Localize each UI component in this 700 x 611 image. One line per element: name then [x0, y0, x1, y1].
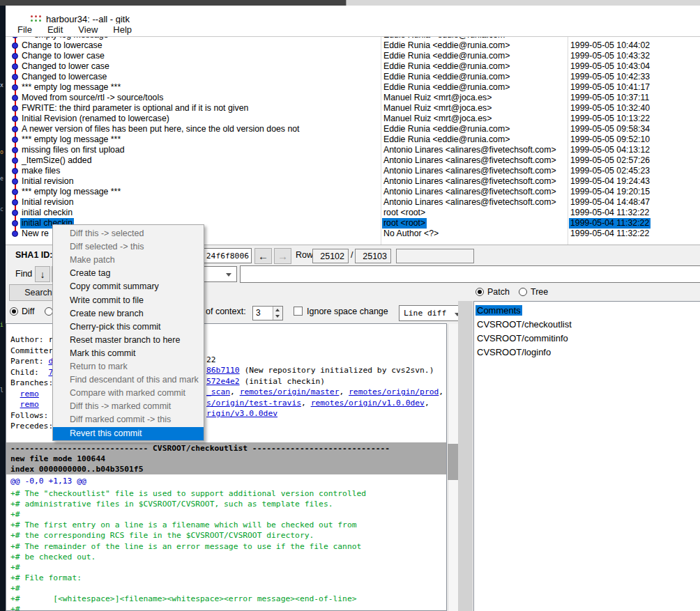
- background-glyph: c: [0, 206, 3, 212]
- context-menu-item[interactable]: Find descendant of this and mark: [53, 373, 204, 387]
- context-menu-item[interactable]: Diff this -> marked commit: [53, 400, 204, 413]
- context-menu-item[interactable]: Diff this -> selected: [53, 227, 204, 240]
- radio-patch-label: Patch: [487, 287, 510, 297]
- commit-node-icon: [12, 36, 18, 38]
- commit-link[interactable]: 572e4e2: [206, 377, 240, 386]
- commit-row[interactable]: Changed to lower case Eddie Runia <eddie…: [6, 61, 700, 72]
- commit-context-menu: Diff this -> selectedDiff selected -> th…: [52, 224, 204, 441]
- commit-message: *** empty log message ***: [22, 82, 121, 93]
- commit-link[interactable]: remotes/origin/v1.0.0dev: [311, 399, 425, 408]
- commit-author: Eddie Runia <eddie@runia.com>: [383, 61, 510, 72]
- context-menu-item[interactable]: Create tag: [53, 267, 204, 280]
- commit-node-icon: [12, 157, 18, 164]
- commit-row[interactable]: Initial Revision (renamed to lowercase) …: [6, 114, 700, 124]
- diff-file-header: ----------------------------- CVSROOT/ch…: [6, 442, 446, 474]
- diff-scrollbar-thumb[interactable]: [448, 444, 458, 480]
- commit-link[interactable]: remotes/origin/prod: [349, 387, 439, 396]
- spin-down-icon[interactable]: [275, 315, 280, 318]
- sha1-label: SHA1 ID:: [15, 250, 52, 260]
- diff-added-line: +# the corresponding RCS file in the $CV…: [10, 531, 314, 540]
- context-menu-item[interactable]: Reset master branch to here: [53, 334, 204, 347]
- commit-date: 1999-05-05 10:44:02: [570, 40, 650, 51]
- file-list-item[interactable]: CVSROOT/commitinfo: [477, 332, 568, 346]
- spin-up-icon[interactable]: [275, 309, 280, 311]
- detail-text: (initial checkin): [240, 377, 325, 386]
- commit-row[interactable]: Initial revision Antonio Linares <alinar…: [6, 197, 700, 208]
- radio-patch[interactable]: [475, 288, 484, 296]
- file-list-item[interactable]: Comments: [477, 304, 522, 318]
- commit-row[interactable]: Initial revision Antonio Linares <alinar…: [6, 176, 700, 187]
- diff-added-line: +#: [10, 605, 20, 611]
- commit-link[interactable]: rigin/v3.0.0dev: [206, 409, 277, 418]
- radio-diff-label: Diff: [22, 307, 35, 316]
- commit-date: 1999-05-04 19:24:43: [570, 176, 650, 187]
- commit-row[interactable]: missing files on first upload Antonio Li…: [6, 145, 700, 155]
- context-menu-item[interactable]: Make patch: [53, 254, 204, 267]
- menu-help[interactable]: Help: [105, 24, 139, 36]
- context-menu-item[interactable]: Mark this commit: [53, 347, 204, 360]
- commit-message: *** empty log message ***: [22, 187, 121, 197]
- diff-mode-dropdown[interactable]: Line diff: [399, 305, 466, 321]
- context-menu-item[interactable]: Write commit to file: [53, 294, 204, 307]
- commit-row[interactable]: Changed to lowercase Eddie Runia <eddie@…: [6, 72, 700, 82]
- back-arrow-button[interactable]: ←: [254, 248, 272, 264]
- commit-link[interactable]: remotes/origin/master: [240, 387, 340, 396]
- commit-row[interactable]: make files Antonio Linares <alinares@fiv…: [6, 166, 700, 176]
- commit-author: Antonio Linares <alinares@fivetechsoft.c…: [383, 197, 556, 208]
- diff-added-line: +# administrative files in $CVSROOT/CVSR…: [10, 500, 333, 509]
- commit-row[interactable]: *** empty log message *** Eddie Runia <e…: [6, 82, 700, 93]
- commit-link[interactable]: _scan: [206, 387, 230, 396]
- diff-added-line: +#: [10, 510, 20, 519]
- file-list-item[interactable]: CVSROOT/checkoutlist: [477, 318, 572, 332]
- commit-date: 1999-05-05 10:42:33: [570, 72, 650, 82]
- commit-node-icon: [12, 53, 18, 59]
- context-menu-item[interactable]: Return to mark: [53, 360, 204, 373]
- background-glyph: x: [0, 82, 3, 88]
- find-input[interactable]: [240, 265, 700, 283]
- commit-row[interactable]: _ItemSize() added Antonio Linares <alina…: [6, 155, 700, 166]
- commit-author: Eddie Runia <eddie@runia.com>: [383, 51, 510, 61]
- radio-tree[interactable]: [519, 288, 527, 296]
- forward-arrow-button[interactable]: →: [274, 248, 291, 264]
- detail-text: (New repository initialized by cvs2svn.): [240, 366, 434, 375]
- file-name: Comments: [475, 305, 522, 316]
- menu-file[interactable]: File: [10, 24, 40, 36]
- commit-message: Initial Revision (renamed to lowercase): [22, 114, 169, 124]
- context-menu-item[interactable]: Copy commit summary: [53, 280, 204, 293]
- commit-node-icon: [12, 63, 18, 70]
- commit-row[interactable]: *** empty log message *** Antonio Linare…: [6, 187, 700, 197]
- menu-bar: File Edit View Help: [6, 24, 700, 36]
- menu-edit[interactable]: Edit: [40, 24, 70, 36]
- commit-row[interactable]: *** empty log message *** Eddie Runia <e…: [6, 134, 700, 145]
- context-menu-item[interactable]: Diff marked commit -> this: [53, 413, 204, 426]
- context-menu-item[interactable]: Cherry-pick this commit: [53, 320, 204, 334]
- commit-row[interactable]: initial checkin root <root> 1999-05-04 1…: [6, 208, 700, 218]
- context-menu-item[interactable]: Create new branch: [53, 307, 204, 320]
- commit-row[interactable]: Change to lower case Eddie Runia <eddie@…: [6, 51, 700, 61]
- diff-file-separator: ----------------------------- CVSROOT/ch…: [10, 443, 446, 454]
- find-next-icon[interactable]: ↓: [35, 266, 50, 282]
- commit-node-icon: [12, 189, 18, 195]
- chevron-down-icon: [226, 273, 231, 277]
- background-glyph: i: [0, 322, 3, 328]
- commit-row[interactable]: Moved from source/rtl -> source/tools Ma…: [6, 93, 700, 103]
- title-bar[interactable]: harbour34: --all - gitk: [6, 6, 700, 24]
- context-menu-item[interactable]: Revert this commit: [53, 427, 204, 440]
- commit-row[interactable]: A newer version of files has been put he…: [6, 124, 700, 134]
- menu-view[interactable]: View: [70, 24, 105, 36]
- spinner-arrows[interactable]: [273, 307, 282, 320]
- commit-message: Changed to lower case: [22, 61, 109, 72]
- commit-date: 1999-05-04 19:20:15: [570, 187, 650, 197]
- detail-line: Precedes:: [6, 412, 25, 424]
- commit-link[interactable]: 86b7110: [206, 366, 240, 375]
- commit-link[interactable]: s/origin/test-travis: [206, 399, 301, 408]
- ignore-space-checkbox[interactable]: [294, 307, 303, 316]
- commit-row[interactable]: FWRITE: the third parameter is optional …: [6, 103, 700, 114]
- pane-divider[interactable]: [458, 301, 473, 611]
- context-menu-item[interactable]: Compare with marked commit: [53, 387, 204, 400]
- context-menu-item[interactable]: Diff selected -> this: [53, 240, 204, 254]
- radio-diff[interactable]: [10, 307, 18, 316]
- file-list-item[interactable]: CVSROOT/loginfo: [477, 346, 551, 359]
- context-spinner[interactable]: 3: [252, 306, 283, 320]
- commit-row[interactable]: Change to lowercase Eddie Runia <eddie@r…: [6, 40, 700, 51]
